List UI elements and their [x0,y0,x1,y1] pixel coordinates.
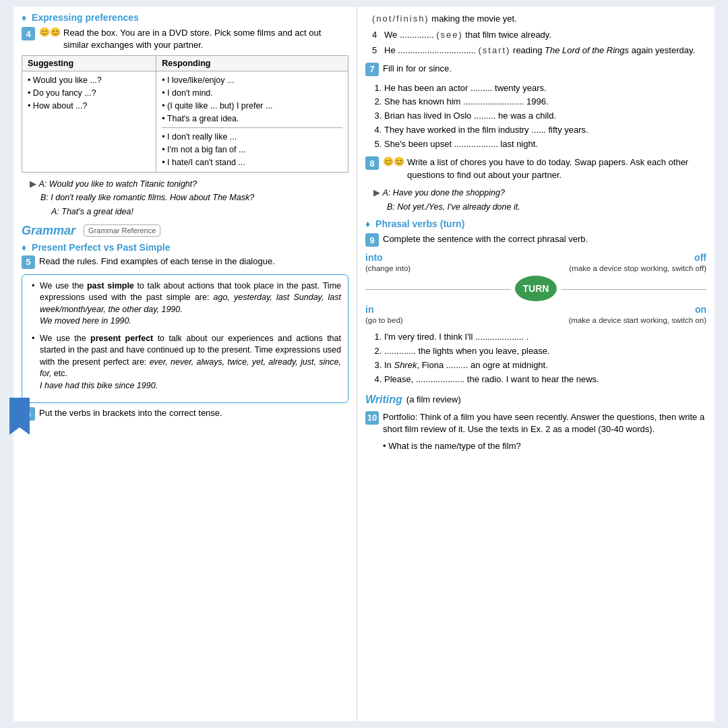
list-item: He has been an actor ......... twenty ye… [384,82,706,96]
grammar-subtitle: ♦ Present Perfect vs Past Simple [22,242,348,253]
turn-in: in (go to bed) [365,304,509,325]
ex10-number: 10 [365,411,379,425]
writing-subtitle: (a film review) [406,394,461,404]
turn-off: off (make a device stop working, switch … [563,252,706,273]
table-col2-header: Responding [156,56,348,71]
list-item: In Shrek, Fiona ......... an ogre at mid… [384,359,706,373]
writing-heading: Writing (a film review) [365,394,706,406]
ex6-instruction: Put the verbs in brackets into the corre… [39,407,348,419]
turn-into: into (change into) [365,252,509,273]
ex4-instruction: Read the box. You are in a DVD store. Pi… [63,27,348,51]
list-item: I hate/I can't stand ... [162,156,342,169]
table-col2-content: I love/like/enjoy ... I don't mind. (I q… [156,71,348,172]
ex6-not-finish: (not/finish) making the movie yet. [372,12,706,26]
ex7-number: 7 [365,63,379,76]
ex8-dialogue: A: Have you done the shopping? B: Not ye… [373,187,706,214]
list-item: I'm not a big fan of ... [162,144,342,156]
ex5-instruction: Read the rules. Find examples of each te… [39,255,348,268]
exercise-7: 7 Fill in for or since. [365,63,706,76]
list-item: ............. the lights when you leave,… [384,344,706,359]
list-item: Please, .................... the radio. … [384,373,706,387]
rules-box: We use the past simple to talk about act… [22,274,348,404]
grammar-heading-row: Grammar Grammar Reference [22,224,348,238]
ex9-list: I'm very tired. I think I'll ...........… [365,330,706,386]
list-item: Would you like ...? [28,74,150,87]
exercise-6: 6 Put the verbs in brackets into the cor… [22,407,348,421]
dialogue-section: A: Would you like to watch Titanic tonig… [30,178,348,218]
ex10-instruction: Portfolio: Think of a film you have seen… [383,411,706,435]
list-item: Brian has lived in Oslo ......... he was… [384,109,706,123]
ex8-instruction: Write a list of chores you have to do to… [407,156,706,181]
connector-right [561,289,706,290]
diamond-icon: ♦ [22,12,26,23]
ex5-number: 5 [22,255,35,269]
ex6-continuation: (not/finish) making the movie yet. 4 We … [365,12,706,57]
table-col1-header: Suggesting [22,56,156,71]
turn-on: on (make a device start working, switch … [563,304,706,325]
list-item: I don't mind. [162,87,342,100]
grammar-reference-badge: Grammar Reference [84,224,160,237]
vocab-table: Suggesting Responding Would you like ...… [22,55,348,172]
ex6-item-5: 5 He ................................ (s… [372,44,706,57]
list-item: How about ...? [28,100,150,113]
ex7-instruction: Fill in for or since. [383,63,706,75]
list-item: (I quite like ... but) I prefer ... [162,100,342,113]
dialogue-b1: B: I don't really like romantic films. H… [40,191,348,204]
smiley-icon: 😊😊 [39,27,61,37]
exercise-5: 5 Read the rules. Find examples of each … [22,255,348,269]
ex8-dialogue-a: A: Have you done the shopping? [373,187,706,200]
rule-2: We use the present perfect to talk about… [29,333,341,392]
ex7-list: He has been an actor ......... twenty ye… [365,82,706,152]
exercise-10: 10 Portfolio: Think of a film you have s… [365,411,706,435]
ex9-number: 9 [365,233,379,247]
ex8-number: 8 [365,156,379,170]
list-item: That's a great idea. [162,113,342,125]
exercise-4-header: 4 😊😊 Read the box. You are in a DVD stor… [22,27,348,51]
grammar-label: Grammar [22,224,75,238]
list-item: She's been upset .................. last… [384,138,706,152]
ex4-number: 4 [22,27,35,40]
ex8-dialogue-b: B: Not yet./Yes, I've already done it. [387,201,706,214]
expressing-preferences-title: ♦ Expressing preferences [22,12,348,23]
dialogue-a2: A: That's a great idea! [51,206,348,218]
diamond-icon-3: ♦ [365,218,370,229]
phrasal-verbs-title: ♦ Phrasal verbs (turn) [365,218,706,229]
diamond-icon-2: ♦ [22,242,26,253]
dialogue-a1: A: Would you like to watch Titanic tonig… [30,178,348,191]
list-item: I love/like/enjoy ... [162,74,342,87]
writing-label: Writing [365,394,402,406]
exercise-8: 8 😊😊 Write a list of chores you have to … [365,156,706,181]
list-item: She has known him ......................… [384,95,706,109]
list-item: I'm very tired. I think I'll ...........… [384,330,706,344]
turn-diagram: into (change into) off (make a device st… [365,252,706,325]
list-item: Do you fancy ...? [28,87,150,100]
ex6-item-4: 4 We .............. (see) that film twic… [372,28,706,42]
rule-1: We use the past simple to talk about act… [29,280,341,328]
ex9-instruction: Complete the sentence with the correct p… [383,233,706,245]
list-item: I don't really like ... [162,131,342,144]
ex10-bullet: • What is the name/type of the film? [383,441,706,451]
exercise-9: 9 Complete the sentence with the correct… [365,233,706,247]
table-col1-content: Would you like ...? Do you fancy ...? Ho… [22,71,156,172]
connector-left [365,289,511,290]
list-item: They have worked in the film industry ..… [384,123,706,138]
turn-center-label: TURN [515,276,557,301]
smiley-icon-2: 😊😊 [383,156,404,166]
